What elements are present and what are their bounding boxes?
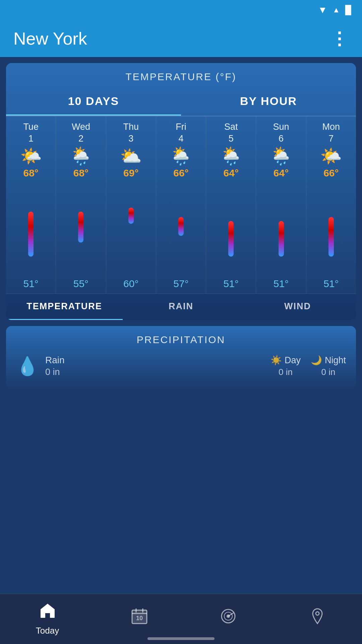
wifi-icon: ▼ [318,5,327,15]
weather-icon: 🌦️ [270,147,292,165]
metric-tab-wind[interactable]: WIND [239,294,356,320]
temp-low: 51° [23,278,38,289]
day-num: 5 [229,133,234,144]
day-precip: ☀️ Day 0 in [270,355,301,377]
city-title: New York [13,29,87,49]
day-col-fri[interactable]: Fri 4 🌦️ 66° 57° [156,116,206,293]
day-num: 1 [28,133,34,144]
day-num: 2 [78,133,83,144]
day-name: Mon [322,122,340,132]
weather-icon: 🌦️ [70,147,92,165]
temp-high: 64° [274,167,289,179]
nav-calendar[interactable]: 10 [131,607,148,631]
day-name: Thu [123,122,139,132]
battery-icon: ▉ [345,5,352,15]
metric-tabs: TEMPERATURERAINWIND [6,293,356,320]
temp-low: 57° [173,278,188,289]
day-num: 6 [279,133,284,144]
nav-location[interactable] [309,607,326,631]
day-name: Sun [273,122,289,132]
nav-today[interactable]: Today [36,602,59,636]
weather-icon: ⛅ [120,147,142,165]
app-bar: New York ⋮ [0,20,362,57]
main-card: TEMPERATURE (°F) 10 DAYS BY HOUR Tue 1 🌤… [6,63,356,320]
day-num: 4 [178,133,183,144]
day-col-sat[interactable]: Sat 5 🌦️ 64° 51° [206,116,256,293]
temp-high: 64° [224,167,239,179]
weather-icon: 🌦️ [220,147,242,165]
days-grid: Tue 1 🌤️ 68° 51° Wed 2 🌦️ 68° 55° Thu 3 … [6,116,356,293]
temp-high: 66° [173,167,188,179]
temp-high: 68° [23,167,38,179]
day-name: Fri [176,122,186,132]
day-name: Sat [224,122,238,132]
temp-bar [328,181,334,275]
metric-tab-rain[interactable]: RAIN [123,294,239,320]
tab-10days[interactable]: 10 DAYS [6,87,181,116]
day-value: 0 in [279,367,293,377]
temp-bar [28,181,34,275]
calendar-icon: 10 [131,607,148,629]
nav-bar: Today 10 [0,594,362,644]
day-col-sun[interactable]: Sun 6 🌦️ 64° 51° [256,116,306,293]
tab-byhour[interactable]: BY HOUR [181,87,356,116]
weather-icon: 🌦️ [170,147,192,165]
temp-bar [228,181,234,275]
view-tabs: 10 DAYS BY HOUR [6,87,356,116]
nav-today-label: Today [36,626,59,636]
svg-text:10: 10 [136,615,143,622]
home-indicator [147,637,215,640]
precip-card: PRECIPITATION 💧 Rain 0 in ☀️ Day 0 in 🌙 … [6,326,356,389]
day-num: 3 [128,133,133,144]
signal-icon: ▲ [333,6,340,14]
weather-icon: 🌤️ [320,147,342,165]
moon-icon: 🌙 [311,355,322,366]
temp-low: 60° [123,278,138,289]
temp-low: 51° [274,278,289,289]
svg-point-8 [316,612,319,615]
menu-button[interactable]: ⋮ [330,29,349,49]
temp-low: 51° [323,278,339,289]
precip-title: PRECIPITATION [6,326,356,350]
rain-drop-icon: 💧 [16,356,39,377]
temp-high: 69° [123,167,138,179]
temp-bar [78,181,83,275]
temp-high: 66° [323,167,339,179]
day-col-thu[interactable]: Thu 3 ⛅ 69° 60° [106,116,156,293]
day-col-mon[interactable]: Mon 7 🌤️ 66° 51° [306,116,356,293]
radar-icon [220,607,237,629]
rain-label: Rain [45,355,65,366]
temp-bar [128,181,134,275]
night-precip: 🌙 Night 0 in [311,355,346,377]
night-label: 🌙 Night [311,355,346,366]
nav-radar[interactable] [220,607,237,631]
day-name: Wed [72,122,90,132]
weather-icon: 🌤️ [20,147,42,165]
day-night-precip: ☀️ Day 0 in 🌙 Night 0 in [270,355,346,377]
sun-icon: ☀️ [270,355,282,366]
status-bar: ▼ ▲ ▉ [0,0,362,20]
day-label: ☀️ Day [270,355,301,366]
location-icon [309,607,326,629]
precip-row: 💧 Rain 0 in ☀️ Day 0 in 🌙 Night 0 in [6,350,356,383]
night-value: 0 in [321,367,336,377]
day-col-tue[interactable]: Tue 1 🌤️ 68° 51° [6,116,56,293]
temp-high: 68° [73,167,88,179]
day-name: Tue [23,122,39,132]
rain-value: 0 in [45,367,65,377]
temp-bar [279,181,284,275]
temp-bar [178,181,184,275]
temp-low: 51° [224,278,239,289]
temp-low: 55° [73,278,88,289]
home-icon [39,602,56,624]
metric-tab-temperature[interactable]: TEMPERATURE [6,294,123,320]
day-col-wed[interactable]: Wed 2 🌦️ 68° 55° [56,116,106,293]
day-num: 7 [328,133,334,144]
temp-section-title: TEMPERATURE (°F) [6,63,356,87]
